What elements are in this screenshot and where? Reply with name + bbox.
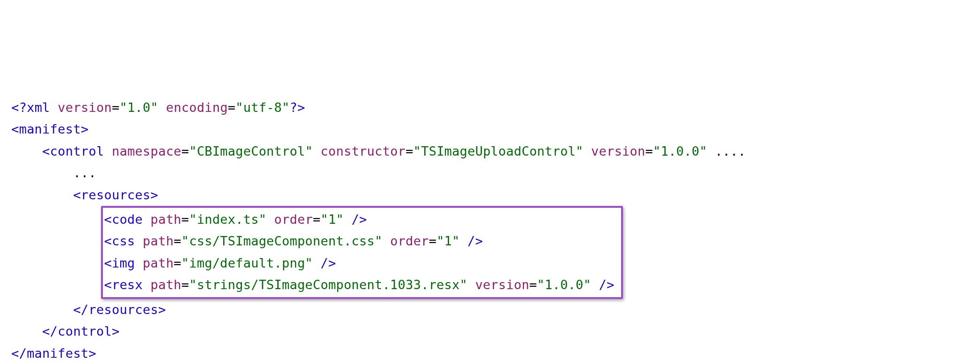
control-attr-name-2: version [591,144,645,158]
xml-attr-val-0: "1.0" [119,100,158,115]
control-attr-name-1: constructor [320,144,405,158]
xml-decl-close: ?> [290,100,305,115]
res2-attr0-val: "img/default.png" [181,256,313,270]
res1-attr0-name: path [143,234,174,248]
res3-attr0-name: path [150,277,181,292]
control-attr-val-2: "1.0.0" [653,144,707,158]
lt: < [104,234,111,248]
resources-open: <resources> [73,188,158,202]
indent [11,188,73,202]
res0-attr0-name: path [150,212,181,227]
res3-attr1-val: "1.0.0" [537,277,591,292]
body-ellipsis: ... [73,165,96,180]
res0-attr0-val: "index.ts" [189,212,267,227]
indent [11,144,42,158]
res2-tag: img [112,256,135,270]
code-block: <?xml version="1.0" encoding="utf-8"?> <… [11,97,969,362]
lt: < [104,212,111,227]
xml-decl-open: <? [11,100,27,115]
manifest-open: <manifest> [11,122,89,136]
res1-attr1-val: "1" [436,234,459,248]
res1-attr1-name: order [390,234,428,248]
res2-attr0-name: path [143,256,174,270]
control-trail: .... [715,144,746,158]
res0-tag: code [112,212,143,227]
indent [11,302,73,317]
indent [11,165,73,180]
lt: < [104,256,111,270]
xml-attr-val-1: "utf-8" [235,100,289,115]
res1-tag: css [112,234,135,248]
resources-close: </resources> [73,302,166,317]
lt: < [104,277,111,292]
res1-close: /> [460,234,483,248]
xml-decl-name: xml [27,100,50,115]
control-attr-name-0: namespace [112,144,181,158]
res0-close: /> [344,212,367,227]
control-attr-val-1: "TSImageUploadControl" [413,144,583,158]
res3-attr0-val: "strings/TSImageComponent.1033.resx" [189,277,467,292]
res3-tag: resx [112,277,143,292]
res3-attr1-name: version [475,277,529,292]
resources-highlight-box: <code path="index.ts" order="1" /> <css … [101,206,622,299]
control-name: control [50,144,104,158]
control-lt: < [42,144,50,158]
res3-close: /> [591,277,614,292]
xml-attr-name-0: version [58,100,112,115]
control-attr-val-0: "CBImageControl" [189,144,313,158]
indent [11,324,42,338]
res0-attr1-name: order [274,212,313,227]
xml-attr-name-1: encoding [166,100,228,115]
control-close: </control> [42,324,120,338]
res1-attr0-val: "css/TSImageComponent.css" [181,234,382,248]
res0-attr1-val: "1" [320,212,343,227]
indent [11,277,104,292]
manifest-close: </manifest> [11,346,96,361]
res2-close: /> [313,256,336,270]
